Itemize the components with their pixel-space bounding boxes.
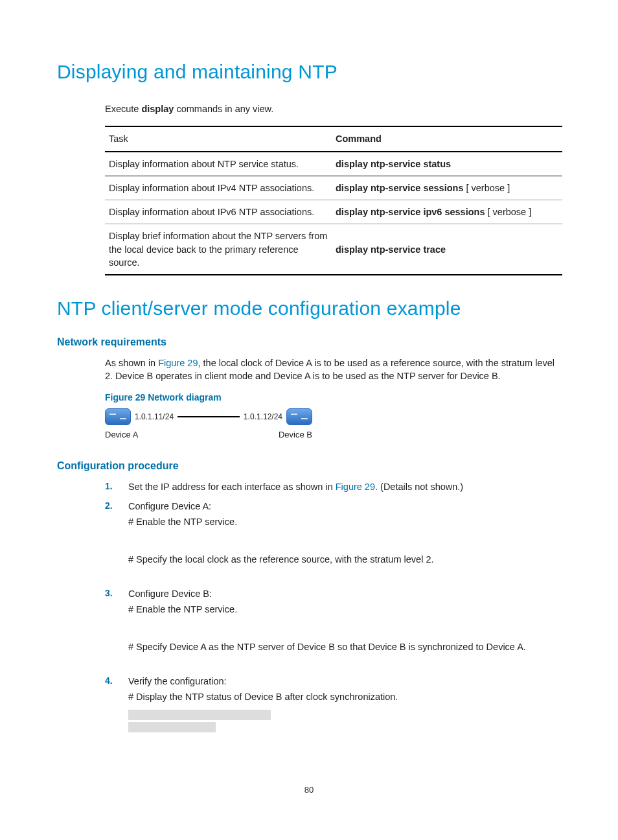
- redacted-line: [128, 722, 216, 732]
- heading-network-requirements: Network requirements: [57, 335, 561, 349]
- cmd-bold: display ntp-service status: [336, 159, 451, 169]
- cell-command: display ntp-service status: [332, 152, 562, 176]
- cmd-opt: [ verbose ]: [463, 183, 510, 193]
- cell-task: Display brief information about the NTP …: [105, 224, 332, 275]
- step-1: Set the IP address for each interface as…: [105, 480, 561, 493]
- cell-command: display ntp-service ipv6 sessions [ verb…: [332, 200, 562, 224]
- th-task: Task: [105, 126, 332, 151]
- redacted-line: [128, 710, 271, 720]
- cell-task: Display information about IPv4 NTP assoc…: [105, 176, 332, 200]
- th-command: Command: [332, 126, 562, 151]
- s3-a: # Enable the NTP service.: [128, 603, 561, 616]
- s2-a: # Enable the NTP service.: [128, 515, 561, 528]
- table-row: Display information about IPv6 NTP assoc…: [105, 200, 562, 224]
- step-2: Configure Device A: # Enable the NTP ser…: [105, 500, 561, 581]
- router-icon: [105, 408, 131, 425]
- ip-label-a: 1.0.1.11/24: [135, 412, 174, 423]
- cmd-bold: display ntp-service ipv6 sessions: [336, 207, 485, 217]
- cmd-bold: display ntp-service trace: [336, 244, 446, 255]
- figure-link[interactable]: Figure 29: [336, 482, 375, 492]
- command-table: Task Command Display information about N…: [105, 126, 562, 275]
- step-3: Configure Device B: # Enable the NTP ser…: [105, 587, 561, 668]
- intro-pre: Execute: [105, 104, 141, 114]
- device-b-label: Device B: [279, 429, 312, 441]
- s2-b: # Specify the local clock as the referen…: [128, 553, 561, 566]
- table-row: Display information about NTP service st…: [105, 152, 562, 176]
- intro-post: commands in any view.: [174, 104, 273, 114]
- cell-command: display ntp-service sessions [ verbose ]: [332, 176, 562, 200]
- s1-post: . (Details not shown.): [375, 482, 463, 492]
- figure-link[interactable]: Figure 29: [158, 358, 198, 368]
- heading-ntp-example: NTP client/server mode configuration exa…: [57, 295, 561, 322]
- intro-bold: display: [141, 104, 174, 114]
- redacted-block: [128, 710, 561, 732]
- netreq-pre: As shown in: [105, 358, 158, 368]
- page-number: 80: [0, 784, 618, 796]
- cell-task: Display information about NTP service st…: [105, 152, 332, 176]
- table-row: Display information about IPv4 NTP assoc…: [105, 176, 562, 200]
- intro-paragraph: Execute display commands in any view.: [105, 102, 561, 115]
- s2-head: Configure Device A:: [128, 500, 561, 513]
- step-4: Verify the configuration: # Display the …: [105, 675, 561, 704]
- figure-caption: Figure 29 Network diagram: [105, 391, 561, 404]
- cell-command: display ntp-service trace: [332, 224, 562, 275]
- page-container: Displaying and maintaining NTP Execute d…: [0, 0, 618, 840]
- steps-list: Set the IP address for each interface as…: [105, 480, 561, 704]
- s4-head: Verify the configuration:: [128, 675, 561, 688]
- netreq-paragraph: As shown in Figure 29, the local clock o…: [105, 356, 561, 383]
- cmd-opt: [ verbose ]: [485, 207, 532, 217]
- table-row: Display brief information about the NTP …: [105, 224, 562, 275]
- s4-a: # Display the NTP status of Device B aft…: [128, 690, 561, 703]
- cell-task: Display information about IPv6 NTP assoc…: [105, 200, 332, 224]
- cmd-bold: display ntp-service sessions: [336, 183, 463, 193]
- ip-label-b: 1.0.1.12/24: [244, 412, 282, 423]
- connection-line: [177, 416, 240, 417]
- device-a-label: Device A: [105, 429, 138, 441]
- s3-head: Configure Device B:: [128, 587, 561, 600]
- heading-config-procedure: Configuration procedure: [57, 459, 561, 473]
- s1-pre: Set the IP address for each interface as…: [128, 482, 336, 492]
- heading-displaying: Displaying and maintaining NTP: [57, 58, 561, 86]
- router-icon: [286, 408, 312, 425]
- s3-b: # Specify Device A as the NTP server of …: [128, 640, 561, 653]
- network-diagram: 1.0.1.11/24 1.0.1.12/24 Device A Device …: [105, 408, 312, 441]
